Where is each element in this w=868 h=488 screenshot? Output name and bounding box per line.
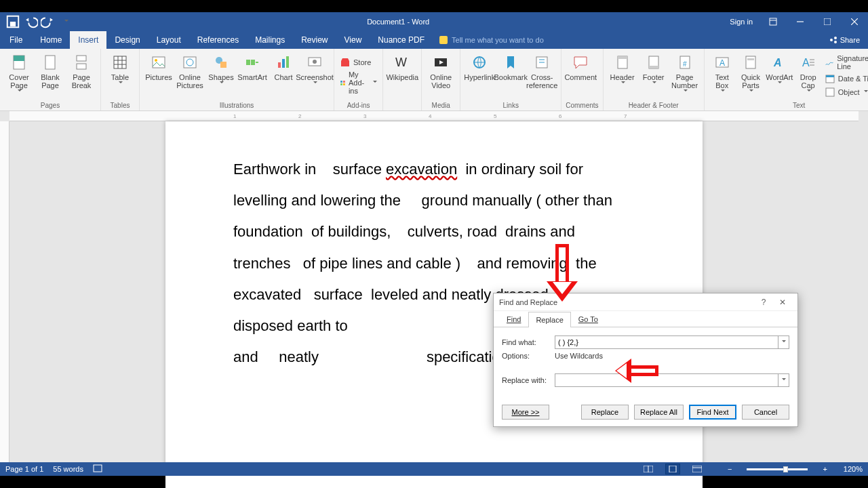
page-break-button[interactable]: Page Break (66, 52, 96, 100)
svg-rect-1 (10, 22, 16, 26)
wordart-button[interactable]: AWordArt (766, 52, 793, 100)
status-page[interactable]: Page 1 of 1 (5, 465, 43, 473)
my-addins-button[interactable]: My Add-ins (338, 70, 378, 96)
tab-insert[interactable]: Insert (70, 31, 106, 49)
undo-icon[interactable] (23, 14, 38, 29)
group-media: Media (426, 102, 456, 109)
tab-home[interactable]: Home (32, 31, 70, 49)
dialog-help-icon[interactable]: ? (754, 298, 773, 307)
zoom-level[interactable]: 120% (844, 465, 863, 473)
smartart-button[interactable]: SmartArt (237, 52, 267, 100)
svg-point-25 (313, 60, 317, 64)
tab-mailings[interactable]: Mailings (247, 31, 293, 49)
chart-button[interactable]: Chart (269, 52, 298, 100)
comment-button[interactable]: Comment (566, 52, 595, 100)
more-button[interactable]: More >> (502, 405, 549, 420)
view-read-mode-icon[interactable] (641, 464, 656, 474)
tab-references[interactable]: References (189, 31, 247, 49)
svg-text:#: # (683, 60, 687, 68)
svg-point-14 (155, 59, 157, 62)
header-button[interactable]: Header (608, 52, 637, 100)
minimize-icon[interactable] (787, 12, 814, 31)
ruler-horizontal[interactable]: 1 2 3 4 5 6 7 (9, 111, 859, 121)
redo-icon[interactable] (41, 14, 56, 29)
drop-cap-button[interactable]: ADrop Cap (794, 52, 821, 100)
replace-all-button[interactable]: Replace All (634, 405, 684, 420)
svg-rect-53 (669, 466, 676, 472)
svg-rect-29 (343, 83, 345, 85)
ribbon-insert: Cover Page Blank Page Page Break Pages T… (0, 49, 868, 111)
bookmark-button[interactable]: Bookmark (496, 52, 526, 100)
ribbon-tabs: File Home Insert Design Layout Reference… (0, 31, 868, 49)
svg-rect-13 (153, 57, 165, 68)
ruler-vertical[interactable] (0, 121, 9, 462)
crossref-button[interactable]: Cross-reference (527, 52, 557, 100)
svg-rect-43 (747, 58, 754, 60)
store-button[interactable]: Store (338, 56, 378, 68)
text-box-button[interactable]: AText Box (709, 52, 736, 100)
signature-line-button[interactable]: Signature Line (823, 54, 868, 71)
table-button[interactable]: Table (105, 52, 135, 100)
view-web-layout-icon[interactable] (690, 464, 705, 474)
find-what-dropdown[interactable] (778, 336, 789, 349)
online-video-button[interactable]: Online Video (426, 52, 456, 100)
close-icon[interactable] (841, 12, 868, 31)
group-addins: Add-ins (338, 102, 378, 109)
dialog-close-icon[interactable]: ✕ (773, 298, 792, 307)
online-pictures-button[interactable]: Online Pictures (175, 52, 205, 100)
qat-customize[interactable] (58, 14, 73, 29)
replace-button[interactable]: Replace (581, 405, 629, 420)
svg-rect-18 (220, 62, 226, 68)
titlebar: Document1 - Word Sign in (0, 12, 868, 31)
tab-review[interactable]: Review (293, 31, 336, 49)
replace-with-input[interactable] (555, 373, 778, 387)
tab-view[interactable]: View (336, 31, 370, 49)
share-button[interactable]: Share (821, 31, 868, 49)
annotation-arrow-left (603, 361, 658, 380)
tab-design[interactable]: Design (106, 31, 148, 49)
dialog-tab-find[interactable]: Find (499, 311, 528, 327)
zoom-out-button[interactable]: − (728, 465, 732, 473)
page-number-button[interactable]: #Page Number (670, 52, 700, 100)
view-print-layout-icon[interactable] (665, 464, 680, 474)
svg-rect-11 (77, 64, 86, 69)
quick-parts-button[interactable]: Quick Parts (737, 52, 764, 100)
zoom-slider[interactable] (747, 468, 808, 470)
status-words[interactable]: 55 words (53, 465, 83, 473)
shapes-button[interactable]: Shapes (206, 52, 236, 100)
status-proofing-icon[interactable] (93, 464, 102, 474)
footer-button[interactable]: Footer (639, 52, 669, 100)
tab-nuance-pdf[interactable]: Nuance PDF (370, 31, 433, 49)
tell-me-search[interactable]: Tell me what you want to do (433, 31, 551, 49)
tab-layout[interactable]: Layout (149, 31, 189, 49)
save-icon[interactable] (5, 14, 20, 29)
svg-text:A: A (773, 57, 782, 68)
find-what-input[interactable] (555, 336, 778, 349)
sign-in-link[interactable]: Sign in (723, 18, 760, 26)
pictures-button[interactable]: Pictures (144, 52, 174, 100)
options-value: Use Wildcards (555, 352, 603, 360)
maximize-icon[interactable] (814, 12, 841, 31)
svg-text:A: A (802, 57, 810, 68)
ribbon-options-icon[interactable] (760, 12, 787, 31)
object-button[interactable]: Object (823, 86, 868, 98)
hyperlink-button[interactable]: Hyperlink (465, 52, 494, 100)
tab-file[interactable]: File (0, 31, 32, 49)
svg-rect-26 (340, 81, 342, 83)
svg-rect-23 (286, 56, 289, 68)
cover-page-button[interactable]: Cover Page (4, 52, 34, 100)
svg-rect-35 (618, 56, 627, 59)
replace-with-dropdown[interactable] (778, 373, 789, 387)
zoom-in-button[interactable]: + (823, 465, 827, 473)
blank-page-button[interactable]: Blank Page (35, 52, 65, 100)
calendar-icon (825, 73, 835, 84)
svg-rect-54 (692, 466, 702, 472)
wikipedia-button[interactable]: WWikipedia (387, 52, 417, 100)
find-next-button[interactable]: Find Next (689, 405, 736, 420)
cancel-button[interactable]: Cancel (742, 405, 789, 420)
zoom-thumb[interactable] (783, 466, 788, 472)
screenshot-button[interactable]: Screenshot (300, 52, 330, 100)
svg-rect-21 (278, 62, 281, 68)
window-title: Document1 - Word (73, 18, 723, 26)
date-time-button[interactable]: Date & Time (823, 73, 868, 85)
